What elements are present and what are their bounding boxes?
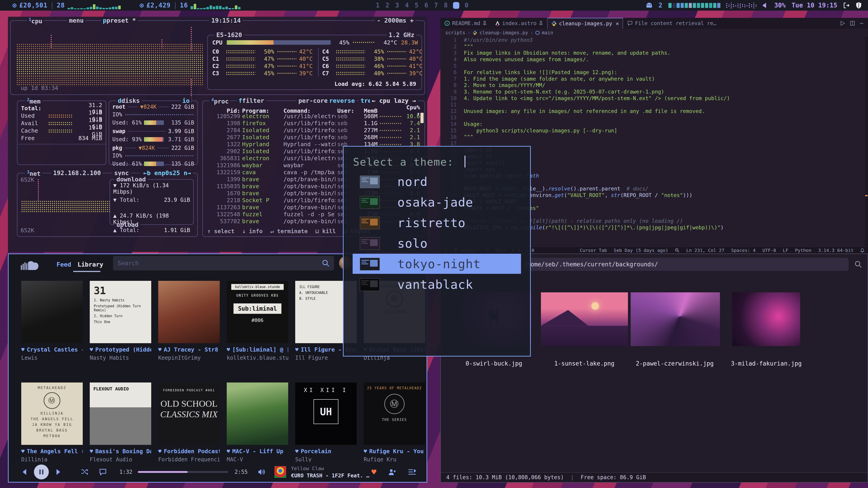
volume-level[interactable]: 30% [774, 2, 786, 9]
proc-filter-button[interactable]: ffilter [237, 97, 266, 104]
workspace-0[interactable]: 0 [464, 2, 469, 9]
theme-option-osaka-jade[interactable]: osaka-jade [344, 192, 530, 213]
btop-preset-button[interactable]: ppreset * [101, 17, 138, 24]
track-card[interactable]: ♥Crystal Castles - …Lewis [21, 281, 83, 361]
theme-option-nord[interactable]: nord [344, 171, 530, 192]
editor-scrollbar[interactable] [865, 37, 868, 247]
track-artist[interactable]: Lewis [21, 355, 83, 361]
proc-box-title[interactable]: proc [214, 98, 228, 105]
track-title[interactable]: ♥Forbidden Podcast … [158, 448, 220, 455]
liked-heart-icon[interactable]: ♥ [158, 448, 161, 455]
proc-percore-toggle[interactable]: per-core [297, 97, 330, 104]
workspace-8[interactable]: 8 [443, 2, 448, 9]
tab-feed[interactable]: Feed [57, 261, 71, 268]
track-artwork[interactable] [21, 281, 83, 343]
file-item-3-milad-fakurian.jpg[interactable]: 3-milad-fakurian.jpg [722, 292, 810, 367]
next-track-button[interactable] [55, 468, 63, 476]
net-sync-toggle[interactable]: sync [112, 169, 131, 176]
file-thumbnail[interactable] [631, 292, 720, 346]
now-playing-art[interactable] [274, 466, 286, 478]
track-artist[interactable]: Flexout Audio [90, 456, 151, 463]
shuffle-icon[interactable] [81, 468, 89, 475]
file-item-1-sunset-lake.png[interactable]: 1-sunset-lake.png [540, 292, 628, 367]
track-title[interactable]: ♥Crystal Castles - … [21, 346, 83, 353]
track-artist[interactable]: kollektiv.blaue.stunde [227, 355, 288, 361]
track-artist[interactable]: Rufige Kru [364, 456, 425, 463]
track-artist[interactable]: Forbidden Frequencies [158, 456, 220, 463]
proc-key[interactable]: ⊔ kill [315, 228, 336, 234]
disks-box-title[interactable]: disks [121, 97, 140, 104]
tab-library[interactable]: Library [78, 261, 103, 268]
tab-file-content-retrieval-re-[interactable]: File content retrieval re… [623, 18, 721, 29]
breadcrumb-scripts[interactable]: scripts [445, 30, 465, 35]
track-card[interactable]: ♥AJ Tracey - Str8 R…KeepinItGrimy [158, 281, 220, 361]
workspace-6[interactable]: 6 [424, 2, 429, 9]
cursor-position[interactable]: Ln 231, Col 27 [686, 248, 724, 253]
close-icon[interactable]: ✕ [616, 21, 619, 26]
track-title[interactable]: ♥Prototyped (Hidden… [90, 346, 151, 353]
file-item-2-pawel-czerwinski.jpg[interactable]: 2-pawel-czerwinski.jpg [631, 292, 719, 367]
track-card[interactable]: 311. Nasty HabitsPrototyped (Hidden Turn… [90, 281, 151, 361]
search-icon[interactable] [855, 260, 862, 268]
track-artwork[interactable] [158, 281, 220, 343]
liked-heart-icon[interactable]: ♥ [90, 347, 93, 353]
track-title[interactable]: ♥MAC-V - Liff Up [227, 448, 288, 455]
disks-io-toggle[interactable]: io [180, 97, 191, 104]
track-artwork[interactable] [227, 383, 288, 445]
track-card[interactable]: kollektiv.blaue.stundeUNITY GROOVES KBSS… [227, 281, 288, 361]
indentation[interactable]: Spaces: 4 [731, 248, 756, 253]
proc-reverse-toggle[interactable]: reverse [327, 97, 357, 104]
search-input[interactable]: Search [113, 256, 334, 270]
tab-cleanup-images-py[interactable]: cleanup-images.py✕ [547, 18, 623, 29]
proc-row[interactable]: 2677Isolated/usr/lib/firefox/firefoxseb2… [206, 134, 420, 141]
proc-row[interactable]: 2784Isolated/usr/lib/firefox/firefoxseb2… [206, 127, 420, 134]
theme-option-ristretto[interactable]: ristretto [344, 213, 530, 233]
track-card[interactable]: METALHEADZⓂDILLINJATHE ANGELS FELLJA KNO… [21, 383, 83, 463]
previous-track-button[interactable] [20, 468, 28, 476]
liked-heart-icon[interactable]: ♥ [295, 448, 298, 455]
proc-row[interactable]: 1205299electron/usr/lib/electron39/elect… [206, 113, 420, 120]
track-title[interactable]: ♥The Angels Fell (2… [21, 448, 83, 455]
btop-menu-button[interactable]: menu [67, 17, 86, 24]
track-card[interactable]: FORBIDDEN PODCAST #061OLD SCHOOLCLASSICS… [158, 383, 220, 463]
pacman-updates-icon[interactable] [646, 2, 653, 8]
track-artwork[interactable]: 25 YEARS OF METALHEADZⓂTHE SERIES [364, 383, 425, 445]
search-icon[interactable] [322, 259, 330, 267]
liked-heart-icon[interactable]: ♥ [227, 347, 230, 353]
workspace-4[interactable]: 4 [404, 2, 409, 9]
track-title[interactable]: ♥Rufige Kru - You H… [364, 448, 425, 455]
liked-heart-icon[interactable]: ♥ [227, 448, 230, 455]
path-bar[interactable]: /home/seb/.themes/current/backgrounds/ [519, 258, 848, 271]
proc-key[interactable]: ↓ info [242, 228, 262, 234]
volume-icon[interactable] [763, 2, 768, 8]
liked-heart-icon[interactable]: ♥ [21, 448, 24, 455]
net-interface[interactable]: ←b enp0s25 n→ [142, 169, 193, 176]
track-artist[interactable]: Dillinja [21, 456, 83, 463]
pin-icon[interactable] [539, 21, 543, 26]
workspace-2[interactable]: 2 [385, 2, 390, 9]
breadcrumb-file[interactable]: cleanup-images.py [479, 30, 528, 35]
stat-module[interactable]: ⊙£2,429|16 [140, 1, 241, 9]
track-artwork[interactable]: kollektiv.blaue.stundeUNITY GROOVES KBSS… [227, 281, 288, 343]
track-artwork[interactable]: FORBIDDEN PODCAST #061OLD SCHOOLCLASSICS… [158, 383, 220, 445]
track-artwork[interactable]: 311. Nasty HabitsPrototyped (Hidden Turn… [90, 281, 151, 343]
cpu-box-title[interactable]: cpu [31, 18, 42, 25]
proc-scrollbar-thumb[interactable] [421, 113, 424, 123]
liked-heart-icon[interactable]: ♥ [295, 347, 298, 353]
tab-readme-md[interactable]: README.md [440, 18, 491, 29]
theme-option-vantablack[interactable]: vantablack [344, 274, 530, 295]
workspace-1[interactable]: 1 [375, 2, 380, 9]
workspace-3[interactable]: 3 [395, 2, 400, 9]
theme-option-tokyo-night[interactable]: tokyo-night [344, 254, 530, 274]
track-title[interactable]: ♥AJ Tracey - Str8 R… [158, 346, 220, 353]
liked-heart-icon[interactable]: ♥ [21, 347, 24, 353]
logout-icon[interactable] [843, 2, 850, 9]
track-artwork[interactable]: FLEXOUT AUDIO [90, 383, 151, 445]
updates-count[interactable]: 2 [658, 2, 662, 9]
python-version[interactable]: 3.14.3 64-bit [818, 248, 854, 253]
file-thumbnail[interactable] [733, 292, 800, 346]
encoding[interactable]: UTF-8 [763, 248, 776, 253]
net-box-title[interactable]: net [29, 170, 40, 177]
shield-icon[interactable] [856, 2, 862, 9]
language-mode[interactable]: Python [795, 248, 811, 253]
